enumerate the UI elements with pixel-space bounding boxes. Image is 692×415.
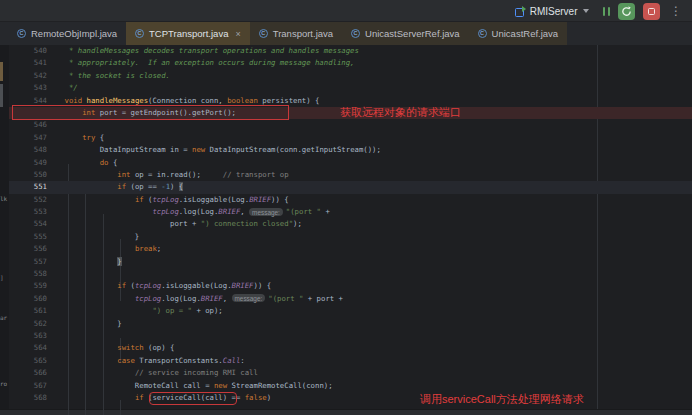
- code-text: [47, 330, 692, 342]
- parameter-hint: message:: [249, 208, 283, 216]
- editor-tab-bar: CRemoteObjImpl.javaCTCPTransport.java×CT…: [0, 22, 692, 45]
- line-number[interactable]: 568: [9, 392, 47, 404]
- code-line-548[interactable]: 548 DataInputStream in = new DataInputSt…: [0, 144, 692, 156]
- line-number[interactable]: 562: [9, 318, 47, 330]
- tab-label: Transport.java: [273, 28, 333, 39]
- line-number[interactable]: 567: [9, 380, 47, 392]
- code-line-546[interactable]: 546: [0, 119, 692, 131]
- code-line-557[interactable]: 557 }: [0, 256, 692, 268]
- edge-mark: [0, 62, 3, 81]
- code-editor[interactable]: 540 * handleMessages decodes transport o…: [0, 45, 692, 409]
- line-number[interactable]: 541: [9, 57, 47, 69]
- more-vertical-icon[interactable]: ⋮: [668, 5, 684, 17]
- code-line-559[interactable]: 559 if (tcpLog.isLoggable(Log.BRIEF)) {: [0, 280, 692, 292]
- code-line-564[interactable]: 564 switch (op) {: [0, 342, 692, 354]
- left-edge-strip: lk ] ar ro: [0, 45, 9, 409]
- code-line-566[interactable]: 566 // service incoming RMI call: [0, 367, 692, 379]
- code-line-552[interactable]: 552 if (tcpLog.isLoggable(Log.BRIEF)) {: [0, 194, 692, 206]
- code-line-547[interactable]: 547 try {: [0, 132, 692, 144]
- class-icon: C: [135, 29, 144, 38]
- code-text: tcpLog.log(Log.BRIEF, message:"(port " +: [47, 206, 692, 218]
- code-text: if (tcpLog.isLoggable(Log.BRIEF)) {: [47, 194, 692, 206]
- code-line-551[interactable]: 551 if (op == -1) {: [0, 181, 692, 193]
- line-number[interactable]: 548: [9, 144, 47, 156]
- line-number[interactable]: 542: [9, 70, 47, 82]
- rerun-button[interactable]: [618, 3, 635, 20]
- line-number[interactable]: 555: [9, 231, 47, 243]
- stop-icon: [648, 8, 655, 15]
- code-line-565[interactable]: 565 case TransportConstants.Call:: [0, 355, 692, 367]
- line-number[interactable]: 559: [9, 280, 47, 292]
- line-number[interactable]: 557: [9, 256, 47, 268]
- code-line-555[interactable]: 555 }: [0, 231, 692, 243]
- line-number[interactable]: 564: [9, 342, 47, 354]
- line-number[interactable]: 554: [9, 218, 47, 230]
- code-text: ") op = " + op);: [47, 305, 692, 317]
- line-number[interactable]: 540: [9, 45, 47, 57]
- code-text: }: [47, 256, 692, 268]
- chevron-down-icon[interactable]: [583, 9, 589, 13]
- code-line-553[interactable]: 553 tcpLog.log(Log.BRIEF, message:"(port…: [0, 206, 692, 218]
- code-line-542[interactable]: 542 * the socket is closed.: [0, 70, 692, 82]
- code-line-549[interactable]: 549 do {: [0, 157, 692, 169]
- code-text: */: [47, 82, 692, 94]
- code-text: * handleMessages decodes transport opera…: [47, 45, 692, 57]
- code-text: break;: [47, 243, 692, 255]
- editor-tab[interactable]: CUnicastServerRef.java: [342, 22, 469, 45]
- line-number[interactable]: 543: [9, 82, 47, 94]
- class-icon: C: [259, 29, 268, 38]
- tab-label: UnicastRef.java: [492, 28, 559, 39]
- line-number[interactable]: 553: [9, 206, 47, 218]
- code-line-550[interactable]: 550 int op = in.read(); // transport op: [0, 169, 692, 181]
- code-text: }: [47, 318, 692, 330]
- editor-tab[interactable]: CRemoteObjImpl.java: [8, 22, 126, 45]
- line-number[interactable]: 546: [9, 119, 47, 131]
- code-line-560[interactable]: 560 tcpLog.log(Log.BRIEF, message:"(port…: [0, 293, 692, 305]
- code-line-540[interactable]: 540 * handleMessages decodes transport o…: [0, 45, 692, 57]
- code-line-567[interactable]: 567 RemoteCall call = new StreamRemoteCa…: [0, 380, 692, 392]
- close-icon[interactable]: ×: [235, 29, 240, 39]
- line-number[interactable]: 556: [9, 243, 47, 255]
- clipped-text: ]: [0, 274, 4, 281]
- code-line-541[interactable]: 541 * appropriately. If an exception occ…: [0, 57, 692, 69]
- code-text: * appropriately. If an exception occurs …: [47, 57, 692, 69]
- line-number[interactable]: 552: [9, 194, 47, 206]
- run-config-icon: [515, 6, 526, 17]
- code-text: RemoteCall call = new StreamRemoteCall(c…: [47, 380, 692, 392]
- line-number[interactable]: 566: [9, 367, 47, 379]
- code-line-556[interactable]: 556 break;: [0, 243, 692, 255]
- stop-button[interactable]: [643, 3, 660, 20]
- code-text: try {: [47, 132, 692, 144]
- code-line-563[interactable]: 563: [0, 330, 692, 342]
- code-line-554[interactable]: 554 port + ") connection closed");: [0, 218, 692, 230]
- code-line-568[interactable]: 568 if (serviceCall(call) == false): [0, 392, 692, 404]
- code-text: if (serviceCall(call) == false): [47, 392, 692, 404]
- code-text: do {: [47, 157, 692, 169]
- clipped-text: ro: [0, 380, 7, 387]
- run-config-name[interactable]: RMIServer: [530, 6, 578, 17]
- line-number[interactable]: 549: [9, 157, 47, 169]
- run-configuration-widget[interactable]: RMIServer: [513, 2, 591, 20]
- tab-label: UnicastServerRef.java: [365, 28, 460, 39]
- line-number[interactable]: 561: [9, 305, 47, 317]
- code-line-558[interactable]: 558: [0, 268, 692, 280]
- line-number[interactable]: 551: [9, 181, 47, 193]
- line-number[interactable]: 550: [9, 169, 47, 181]
- edge-mark: [0, 84, 3, 107]
- editor-tab[interactable]: CUnicastRef.java: [469, 22, 568, 45]
- clipped-text: ar: [0, 314, 7, 321]
- code-line-543[interactable]: 543 */: [0, 82, 692, 94]
- editor-tab[interactable]: CTransport.java: [250, 22, 342, 45]
- line-number[interactable]: 560: [9, 293, 47, 305]
- pause-button[interactable]: [603, 7, 611, 16]
- code-line-562[interactable]: 562 }: [0, 318, 692, 330]
- code-text: [47, 119, 692, 131]
- line-number[interactable]: 558: [9, 268, 47, 280]
- line-number[interactable]: 563: [9, 330, 47, 342]
- code-text: port + ") connection closed");: [47, 218, 692, 230]
- editor-tab[interactable]: CTCPTransport.java×: [126, 22, 250, 45]
- code-line-561[interactable]: 561 ") op = " + op);: [0, 305, 692, 317]
- line-number[interactable]: 565: [9, 355, 47, 367]
- line-number[interactable]: 547: [9, 132, 47, 144]
- code-text: tcpLog.log(Log.BRIEF, message:"(port " +…: [47, 293, 692, 305]
